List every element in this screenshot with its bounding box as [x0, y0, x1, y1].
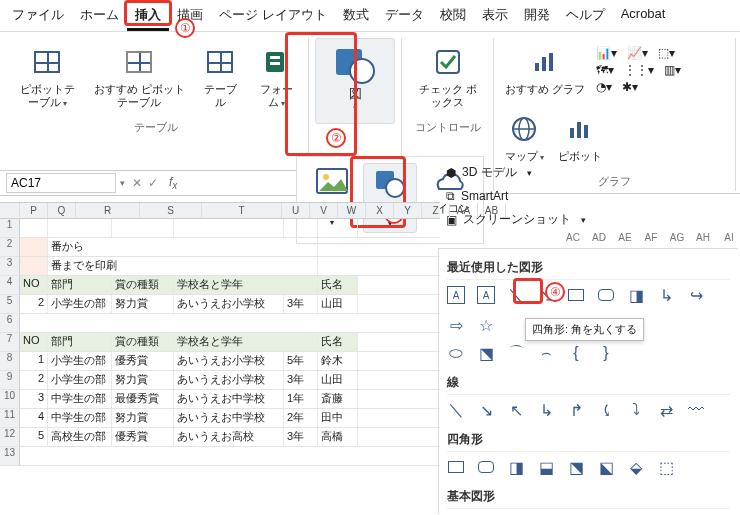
line-9[interactable]: 〰: [687, 401, 705, 419]
line-5[interactable]: ↱: [567, 401, 585, 419]
pivot-chart-icon: [566, 110, 594, 148]
svg-rect-5: [437, 51, 459, 73]
pivot-table-button[interactable]: ピボットテーブル: [10, 38, 84, 114]
sheet: PQRSTUVWXYZAAAB 12345678910111213 番から 番ま…: [0, 202, 440, 466]
nested-chart-icon[interactable]: ⬚▾: [658, 46, 675, 60]
callout-badge-1: ①: [175, 18, 195, 38]
form-icon: [263, 43, 289, 81]
callout-badge-2: ②: [326, 128, 346, 148]
menu-help[interactable]: ヘルプ: [558, 2, 613, 31]
checkbox-button[interactable]: チェック ボックス: [408, 38, 487, 114]
shape-arc2[interactable]: ⌢: [537, 344, 555, 362]
pie-chart-icon[interactable]: ◔▾: [596, 80, 612, 94]
recommended-pivot-icon: [126, 43, 152, 81]
shape-rect[interactable]: [567, 286, 585, 304]
scatter-chart-icon[interactable]: ⋮⋮▾: [624, 63, 654, 77]
line-7[interactable]: ⤵: [627, 401, 645, 419]
row-numbers: 12345678910111213: [0, 219, 20, 466]
rect-3[interactable]: ◨: [507, 458, 525, 476]
rect-4[interactable]: ⬓: [537, 458, 555, 476]
shape-round-rect[interactable]: [597, 286, 615, 304]
shape-single-corner[interactable]: ◨: [627, 286, 645, 304]
grid[interactable]: 番から 番までを印刷 NO部門賞の種類学校名と学年氏名 2小学生の部努力賞あいう…: [20, 219, 440, 466]
table-row: 2小学生の部努力賞あいうえお小学校3年山田: [20, 295, 440, 314]
line-chart-icon[interactable]: 📈▾: [627, 46, 648, 60]
cube-icon: ⬢: [446, 166, 456, 180]
svg-rect-1: [270, 56, 280, 59]
line-4[interactable]: ↳: [537, 401, 555, 419]
table-icon: [207, 43, 233, 81]
rect-6[interactable]: ⬕: [597, 458, 615, 476]
shape-line[interactable]: ＼: [507, 286, 525, 304]
menu-view[interactable]: 表示: [474, 2, 516, 31]
col-headers-right: ACADAEAFAGAHAI: [560, 232, 740, 243]
group-label-controls: コントロール: [415, 120, 481, 135]
shape-textbox[interactable]: A: [447, 286, 465, 304]
image-icon: [315, 167, 349, 200]
section-basic: 基本図形: [447, 482, 730, 509]
pivot-chart-button[interactable]: ピボット: [553, 105, 607, 168]
line-6[interactable]: ⤹: [597, 401, 615, 419]
col-headers: PQRSTUVWXYZAAAB: [0, 202, 440, 219]
menu-data[interactable]: データ: [377, 2, 432, 31]
shape-arc[interactable]: ⌒: [507, 344, 525, 362]
waterfall-chart-icon[interactable]: ▥▾: [664, 63, 681, 77]
shape-arrow-right[interactable]: ⇨: [447, 316, 465, 334]
recommended-chart-button[interactable]: おすすめ グラフ: [500, 38, 590, 101]
menu-review[interactable]: 校閲: [432, 2, 474, 31]
name-box[interactable]: [6, 173, 116, 193]
svg-point-16: [323, 174, 329, 180]
rect-7[interactable]: ⬙: [627, 458, 645, 476]
shape-brace-r[interactable]: }: [597, 344, 615, 362]
shape-flow2[interactable]: ⬔: [477, 344, 495, 362]
group-label-tables: テーブル: [134, 120, 178, 135]
shape-flow1[interactable]: ⬭: [447, 344, 465, 362]
table-row: 2小学生の部努力賞あいうえお小学校3年山田: [20, 371, 440, 390]
illustrations-icon: [332, 45, 378, 85]
shape-textbox-v[interactable]: A: [477, 286, 495, 304]
svg-rect-2: [270, 62, 280, 65]
recommended-pivot-button[interactable]: おすすめ ピボットテーブル: [88, 38, 190, 114]
shape-brace-l[interactable]: {: [567, 344, 585, 362]
svg-rect-6: [535, 63, 539, 71]
menu-3d-model[interactable]: ⬢3D モデル▾: [438, 160, 638, 185]
callout-badge-4: ④: [545, 282, 565, 302]
illustrations-button[interactable]: 図 ▾: [315, 38, 395, 124]
line-2[interactable]: ↘: [477, 401, 495, 419]
shape-elbow[interactable]: ↳: [657, 286, 675, 304]
map-button[interactable]: マップ: [500, 105, 549, 168]
svg-rect-14: [584, 125, 588, 138]
svg-point-18: [386, 179, 404, 197]
rect-8[interactable]: ⬚: [657, 458, 675, 476]
formula-bar: ▾ ✕✓ fx: [0, 170, 296, 196]
line-3[interactable]: ↖: [507, 401, 525, 419]
bar-chart-icon[interactable]: 📊▾: [596, 46, 617, 60]
menu-dev[interactable]: 開発: [516, 2, 558, 31]
hier-chart-icon[interactable]: 🗺▾: [596, 63, 614, 77]
svg-point-4: [350, 59, 374, 83]
svg-rect-13: [577, 122, 581, 138]
menu-bar: ファイル ホーム 挿入 描画 ページ レイアウト 数式 データ 校閲 表示 開発…: [0, 0, 740, 31]
radar-chart-icon[interactable]: ✱▾: [622, 80, 638, 94]
group-tables: ピボットテーブル おすすめ ピボットテーブル テーブル フォーム テーブル: [4, 38, 309, 191]
shapes-icon: [373, 168, 407, 201]
shape-star[interactable]: ☆: [477, 316, 495, 334]
recommended-chart-icon: [531, 43, 559, 81]
menu-formula[interactable]: 数式: [335, 2, 377, 31]
rect-5[interactable]: ⬔: [567, 458, 585, 476]
line-8[interactable]: ⇄: [657, 401, 675, 419]
menu-insert[interactable]: 挿入: [127, 2, 169, 31]
menu-layout[interactable]: ページ レイアウト: [211, 2, 335, 31]
rect-2[interactable]: [477, 458, 495, 476]
checkbox-icon: [434, 43, 462, 81]
smartart-icon: ⧉: [446, 189, 455, 203]
menu-home[interactable]: ホーム: [72, 2, 127, 31]
menu-file[interactable]: ファイル: [4, 2, 72, 31]
shape-elbow-arrow[interactable]: ↪: [687, 286, 705, 304]
form-button[interactable]: フォーム: [250, 38, 302, 114]
line-1[interactable]: ＼: [447, 401, 465, 419]
table-button[interactable]: テーブル: [194, 38, 246, 114]
shape-gallery: 最近使用した図形 A A ＼ ↘ ◨ ↳ ↪ ⇨ ☆ ⬭ ⬔ ⌒ ⌢ { } 線…: [438, 248, 738, 514]
menu-acrobat[interactable]: Acrobat: [613, 2, 674, 31]
rect-1[interactable]: [447, 458, 465, 476]
